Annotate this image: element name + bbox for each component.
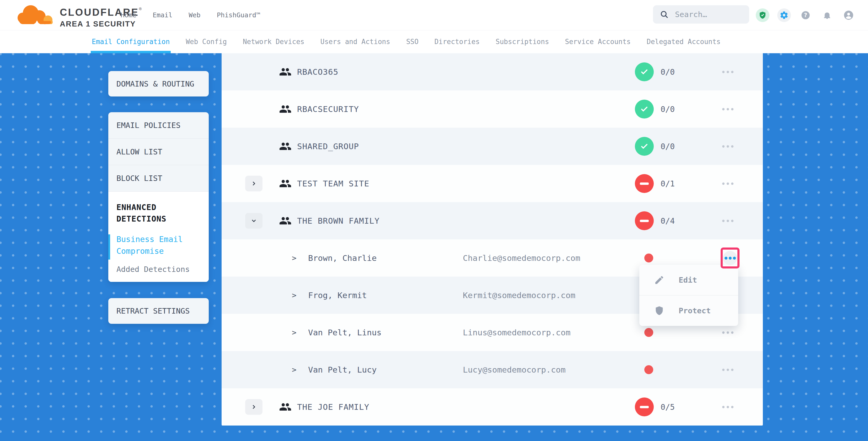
status-check-icon (635, 137, 654, 156)
search-box[interactable] (653, 5, 749, 24)
settings-gear-icon[interactable] (777, 8, 791, 22)
row-actions-ellipsis-button[interactable] (716, 90, 740, 128)
table-row: SHARED_GROUP0/0 (222, 128, 763, 165)
group-status: 0/4 (635, 202, 675, 240)
group-status: 0/0 (635, 90, 675, 128)
status-minus-icon (635, 211, 654, 230)
user-chevron-icon: > (292, 240, 296, 277)
user-email: Lucy@somedemocorp.com (463, 351, 566, 388)
protected-count: 0/0 (660, 67, 675, 76)
notifications-bell-icon[interactable] (820, 8, 834, 22)
sidebar-item-domains-routing[interactable]: DOMAINS & ROUTING (108, 71, 209, 96)
sidebar-card-domains-routing: DOMAINS & ROUTING (108, 71, 209, 96)
protected-count: 0/5 (660, 403, 675, 412)
sidebar-item-email-policies[interactable]: EMAIL POLICIES (108, 112, 209, 139)
header-nav: HomeEmailWebPhishGuard™ (121, 0, 260, 30)
tab-web-config[interactable]: Web Config (186, 30, 227, 53)
active-item-indicator (108, 234, 110, 259)
row-actions-ellipsis-button[interactable] (716, 388, 740, 426)
row-actions-ellipsis-button[interactable] (716, 165, 740, 202)
protected-count: 0/1 (660, 179, 675, 188)
help-icon[interactable]: ? (799, 8, 812, 22)
svg-text:?: ? (804, 12, 807, 18)
table-row: RBACSECURITY0/0 (222, 90, 763, 128)
collapse-chevron-button[interactable] (245, 213, 262, 229)
expand-chevron-button[interactable] (245, 176, 262, 191)
minus-bar (640, 183, 649, 185)
sidebar-item-retract-settings[interactable]: RETRACT SETTINGS (108, 298, 209, 324)
table-row: TEST TEAM SITE0/1 (222, 165, 763, 202)
sidebar-item-enhanced-detections[interactable]: ENHANCED DETECTIONS (117, 201, 202, 224)
header-icon-cluster: ? (756, 0, 868, 30)
protected-count: 0/0 (660, 105, 675, 114)
header-nav-phishguard[interactable]: PhishGuard™ (217, 11, 260, 19)
menu-item-label: Protect (679, 306, 711, 315)
chevron-right-icon (250, 404, 257, 410)
row-actions-ellipsis-button[interactable] (716, 53, 740, 90)
row-actions-ellipsis-button[interactable] (716, 202, 740, 240)
status-check-icon (635, 100, 654, 119)
tab-network-devices[interactable]: Network Devices (243, 30, 305, 53)
sidebar-section-enhanced-detections: ENHANCED DETECTIONS Business Email Compr… (108, 192, 209, 282)
pencil-icon (654, 275, 664, 285)
group-status: 0/5 (635, 388, 675, 426)
search-icon (660, 10, 669, 19)
chevron-down-icon (250, 217, 257, 224)
tab-sso[interactable]: SSO (406, 30, 418, 53)
tab-email-configuration[interactable]: Email Configuration (92, 30, 170, 53)
highlight-annotation-box (721, 248, 740, 269)
sidebar-item-added-detections[interactable]: Added Detections (117, 265, 202, 274)
header-nav-email[interactable]: Email (153, 11, 172, 19)
groups-users-table: RBACO3650/0RBACSECURITY0/0SHARED_GROUP0/… (222, 53, 763, 426)
search-input[interactable] (675, 10, 741, 19)
user-name: Van Pelt, Linus (308, 314, 381, 351)
menu-item-label: Edit (679, 276, 697, 284)
group-status: 0/0 (635, 128, 675, 165)
header-nav-home[interactable]: Home (121, 11, 136, 19)
user-email: Charlie@somedemocorp.com (463, 240, 580, 277)
cloudflare-logo-icon[interactable] (14, 2, 59, 28)
minus-bar (640, 220, 649, 222)
header-nav-web[interactable]: Web (189, 11, 200, 19)
group-people-icon (279, 103, 292, 115)
group-people-icon (279, 66, 292, 78)
group-people-icon (279, 215, 292, 227)
sidebar-card-retract-settings: RETRACT SETTINGS (108, 298, 209, 324)
sidebar-item-block-list[interactable]: BLOCK LIST (108, 165, 209, 192)
table-row: THE BROWN FAMILY0/4 (222, 202, 763, 240)
app-window: CLOUDFLARE® AREA 1 SECURITY HomeEmailWeb… (0, 0, 868, 441)
row-actions-ellipsis-button[interactable] (716, 351, 740, 388)
group-status: 0/1 (635, 165, 675, 202)
menu-item-edit[interactable]: Edit (639, 265, 738, 295)
security-shield-icon[interactable] (756, 8, 769, 22)
menu-item-protect[interactable]: Protect (639, 295, 738, 326)
tab-directories[interactable]: Directories (435, 30, 479, 53)
row-actions-ellipsis-button-active[interactable] (723, 251, 737, 265)
shield-icon (654, 306, 664, 316)
user-chevron-icon: > (292, 277, 296, 314)
protected-count: 0/0 (660, 142, 675, 151)
group-people-icon (279, 140, 292, 153)
sidebar-item-allow-list[interactable]: ALLOW LIST (108, 139, 209, 165)
expand-chevron-button[interactable] (245, 399, 262, 415)
sidebar-item-business-email-compromise[interactable]: Business Email Compromise (117, 233, 202, 257)
tab-users-and-actions[interactable]: Users and Actions (320, 30, 390, 53)
tab-delegated-accounts[interactable]: Delegated Accounts (647, 30, 721, 53)
group-name: TEST TEAM SITE (297, 165, 369, 202)
tab-subscriptions[interactable]: Subscriptions (496, 30, 549, 53)
user-chevron-icon: > (292, 314, 296, 351)
group-name: SHARED_GROUP (297, 128, 359, 165)
table-row: RBACO3650/0 (222, 53, 763, 90)
user-email: Linus@somedemocorp.com (463, 314, 570, 351)
alert-dot-icon (644, 365, 653, 374)
group-status: 0/0 (635, 53, 675, 90)
alert-dot-icon (644, 328, 653, 337)
row-actions-ellipsis-button[interactable] (716, 128, 740, 165)
chevron-right-icon (250, 180, 257, 187)
group-people-icon (279, 177, 292, 190)
group-people-icon (279, 401, 292, 413)
config-tab-bar: Email ConfigurationWeb ConfigNetwork Dev… (0, 30, 868, 53)
account-avatar-icon[interactable] (842, 8, 856, 22)
tab-service-accounts[interactable]: Service Accounts (565, 30, 631, 53)
user-email: Kermit@somedemocorp.com (463, 277, 575, 314)
